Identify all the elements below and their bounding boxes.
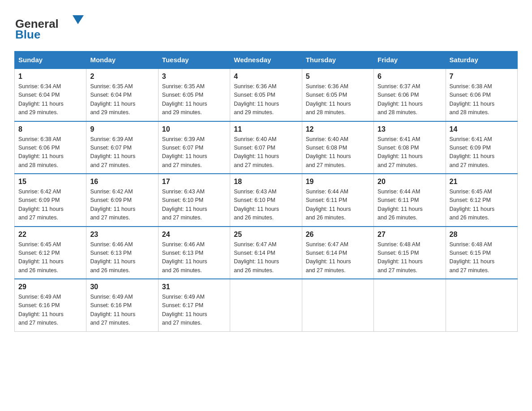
day-info: Sunrise: 6:42 AMSunset: 6:09 PMDaylight:… [90, 188, 154, 223]
week-row-4: 22Sunrise: 6:45 AMSunset: 6:12 PMDayligh… [15, 227, 518, 279]
day-number: 16 [90, 178, 154, 186]
day-number: 17 [162, 178, 226, 186]
day-number: 19 [306, 178, 370, 186]
day-number: 27 [378, 231, 442, 239]
day-info: Sunrise: 6:48 AMSunset: 6:15 PMDaylight:… [450, 240, 514, 275]
day-cell-9: 9Sunrise: 6:39 AMSunset: 6:07 PMDaylight… [86, 121, 158, 174]
empty-cell [374, 279, 446, 331]
day-number: 30 [90, 283, 154, 291]
page-header: General Blue [14, 11, 518, 42]
day-number: 9 [90, 125, 154, 133]
day-info: Sunrise: 6:47 AMSunset: 6:14 PMDaylight:… [234, 240, 298, 275]
day-number: 28 [450, 231, 514, 239]
day-number: 6 [378, 73, 442, 81]
day-number: 8 [18, 125, 82, 133]
day-info: Sunrise: 6:39 AMSunset: 6:07 PMDaylight:… [90, 135, 154, 170]
day-cell-17: 17Sunrise: 6:43 AMSunset: 6:10 PMDayligh… [158, 174, 230, 227]
day-info: Sunrise: 6:44 AMSunset: 6:11 PMDaylight:… [306, 188, 370, 223]
day-number: 13 [378, 125, 442, 133]
day-info: Sunrise: 6:36 AMSunset: 6:05 PMDaylight:… [234, 82, 298, 117]
day-cell-27: 27Sunrise: 6:48 AMSunset: 6:15 PMDayligh… [374, 227, 446, 279]
day-info: Sunrise: 6:36 AMSunset: 6:05 PMDaylight:… [306, 82, 370, 117]
empty-cell [302, 279, 373, 331]
day-info: Sunrise: 6:34 AMSunset: 6:04 PMDaylight:… [18, 82, 82, 117]
day-number: 5 [306, 73, 370, 81]
week-row-3: 15Sunrise: 6:42 AMSunset: 6:09 PMDayligh… [15, 174, 518, 227]
day-cell-28: 28Sunrise: 6:48 AMSunset: 6:15 PMDayligh… [446, 227, 517, 279]
day-info: Sunrise: 6:43 AMSunset: 6:10 PMDaylight:… [234, 188, 298, 223]
day-cell-5: 5Sunrise: 6:36 AMSunset: 6:05 PMDaylight… [302, 68, 373, 121]
day-cell-7: 7Sunrise: 6:38 AMSunset: 6:06 PMDaylight… [446, 68, 517, 121]
day-info: Sunrise: 6:37 AMSunset: 6:06 PMDaylight:… [378, 82, 442, 117]
day-cell-20: 20Sunrise: 6:44 AMSunset: 6:11 PMDayligh… [374, 174, 446, 227]
day-cell-4: 4Sunrise: 6:36 AMSunset: 6:05 PMDaylight… [230, 68, 302, 121]
day-info: Sunrise: 6:41 AMSunset: 6:09 PMDaylight:… [450, 135, 514, 170]
day-number: 2 [90, 73, 154, 81]
day-info: Sunrise: 6:44 AMSunset: 6:11 PMDaylight:… [378, 188, 442, 223]
logo-svg: General Blue [14, 11, 86, 42]
day-cell-30: 30Sunrise: 6:49 AMSunset: 6:16 PMDayligh… [86, 279, 158, 331]
day-cell-26: 26Sunrise: 6:47 AMSunset: 6:14 PMDayligh… [302, 227, 373, 279]
calendar-table: SundayMondayTuesdayWednesdayThursdayFrid… [14, 51, 518, 332]
day-number: 4 [234, 73, 298, 81]
day-cell-18: 18Sunrise: 6:43 AMSunset: 6:10 PMDayligh… [230, 174, 302, 227]
day-info: Sunrise: 6:41 AMSunset: 6:08 PMDaylight:… [378, 135, 442, 170]
day-info: Sunrise: 6:49 AMSunset: 6:16 PMDaylight:… [90, 293, 154, 328]
day-info: Sunrise: 6:40 AMSunset: 6:08 PMDaylight:… [306, 135, 370, 170]
header-tuesday: Tuesday [158, 51, 230, 69]
day-cell-10: 10Sunrise: 6:39 AMSunset: 6:07 PMDayligh… [158, 121, 230, 174]
logo: General Blue [14, 11, 86, 42]
day-number: 11 [234, 125, 298, 133]
week-row-2: 8Sunrise: 6:38 AMSunset: 6:06 PMDaylight… [15, 121, 518, 174]
day-info: Sunrise: 6:49 AMSunset: 6:17 PMDaylight:… [162, 293, 226, 328]
day-info: Sunrise: 6:38 AMSunset: 6:06 PMDaylight:… [18, 135, 82, 170]
day-cell-6: 6Sunrise: 6:37 AMSunset: 6:06 PMDaylight… [374, 68, 446, 121]
day-number: 25 [234, 231, 298, 239]
svg-text:Blue: Blue [15, 28, 40, 41]
day-cell-2: 2Sunrise: 6:35 AMSunset: 6:04 PMDaylight… [86, 68, 158, 121]
header-wednesday: Wednesday [230, 51, 302, 69]
empty-cell [230, 279, 302, 331]
calendar-header-row: SundayMondayTuesdayWednesdayThursdayFrid… [15, 51, 518, 69]
day-cell-11: 11Sunrise: 6:40 AMSunset: 6:07 PMDayligh… [230, 121, 302, 174]
day-cell-15: 15Sunrise: 6:42 AMSunset: 6:09 PMDayligh… [15, 174, 86, 227]
header-friday: Friday [374, 51, 446, 69]
day-info: Sunrise: 6:39 AMSunset: 6:07 PMDaylight:… [162, 135, 226, 170]
day-number: 3 [162, 73, 226, 81]
day-cell-8: 8Sunrise: 6:38 AMSunset: 6:06 PMDaylight… [15, 121, 86, 174]
day-cell-24: 24Sunrise: 6:46 AMSunset: 6:13 PMDayligh… [158, 227, 230, 279]
day-number: 31 [162, 283, 226, 291]
day-info: Sunrise: 6:40 AMSunset: 6:07 PMDaylight:… [234, 135, 298, 170]
day-info: Sunrise: 6:45 AMSunset: 6:12 PMDaylight:… [18, 240, 82, 275]
day-info: Sunrise: 6:47 AMSunset: 6:14 PMDaylight:… [306, 240, 370, 275]
day-cell-21: 21Sunrise: 6:45 AMSunset: 6:12 PMDayligh… [446, 174, 517, 227]
day-info: Sunrise: 6:46 AMSunset: 6:13 PMDaylight:… [90, 240, 154, 275]
header-thursday: Thursday [302, 51, 373, 69]
day-info: Sunrise: 6:35 AMSunset: 6:05 PMDaylight:… [162, 82, 226, 117]
day-number: 7 [450, 73, 514, 81]
empty-cell [446, 279, 517, 331]
day-number: 26 [306, 231, 370, 239]
header-saturday: Saturday [446, 51, 517, 69]
day-number: 21 [450, 178, 514, 186]
day-number: 12 [306, 125, 370, 133]
day-info: Sunrise: 6:35 AMSunset: 6:04 PMDaylight:… [90, 82, 154, 117]
day-number: 18 [234, 178, 298, 186]
day-number: 22 [18, 231, 82, 239]
day-cell-12: 12Sunrise: 6:40 AMSunset: 6:08 PMDayligh… [302, 121, 373, 174]
day-cell-22: 22Sunrise: 6:45 AMSunset: 6:12 PMDayligh… [15, 227, 86, 279]
day-info: Sunrise: 6:38 AMSunset: 6:06 PMDaylight:… [450, 82, 514, 117]
day-cell-3: 3Sunrise: 6:35 AMSunset: 6:05 PMDaylight… [158, 68, 230, 121]
day-cell-31: 31Sunrise: 6:49 AMSunset: 6:17 PMDayligh… [158, 279, 230, 331]
day-cell-13: 13Sunrise: 6:41 AMSunset: 6:08 PMDayligh… [374, 121, 446, 174]
day-cell-25: 25Sunrise: 6:47 AMSunset: 6:14 PMDayligh… [230, 227, 302, 279]
week-row-1: 1Sunrise: 6:34 AMSunset: 6:04 PMDaylight… [15, 68, 518, 121]
svg-marker-1 [73, 15, 84, 24]
week-row-5: 29Sunrise: 6:49 AMSunset: 6:16 PMDayligh… [15, 279, 518, 331]
header-sunday: Sunday [15, 51, 86, 69]
day-number: 14 [450, 125, 514, 133]
day-info: Sunrise: 6:43 AMSunset: 6:10 PMDaylight:… [162, 188, 226, 223]
day-cell-14: 14Sunrise: 6:41 AMSunset: 6:09 PMDayligh… [446, 121, 517, 174]
header-monday: Monday [86, 51, 158, 69]
day-number: 23 [90, 231, 154, 239]
